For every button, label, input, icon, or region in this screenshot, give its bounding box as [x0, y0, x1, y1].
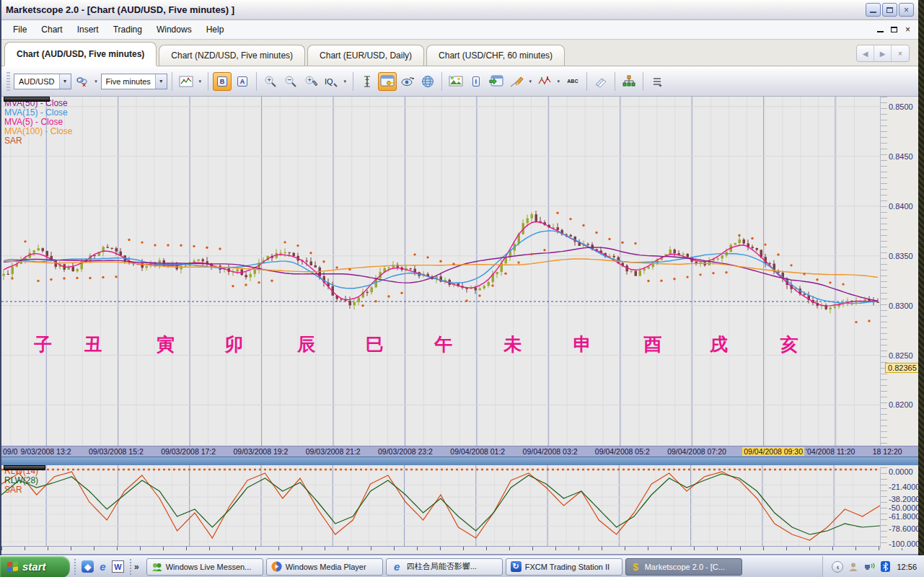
current-price-badge: 0.82365	[885, 363, 920, 373]
ie-icon: e	[391, 560, 403, 573]
toolbar-grip[interactable]	[6, 72, 10, 91]
objects-tree-icon-glyph	[622, 75, 635, 88]
task-marketscope[interactable]: $Marketscope 2.0 - [C...	[625, 558, 742, 576]
network-icon[interactable]	[863, 561, 875, 573]
tab-chart-3[interactable]: Chart (USD/CHF, 60 minutes)	[426, 45, 565, 66]
quicklaunch-internet-explorer[interactable]: e	[97, 560, 109, 573]
zoom-select-icon[interactable]: +	[302, 72, 320, 91]
taskbar-clock: 12:56	[895, 563, 917, 571]
tab-chart-2[interactable]: Chart (EUR/USD, Daily)	[307, 45, 424, 66]
symbol-select[interactable]: AUD/USD▾	[14, 74, 71, 89]
zoom-in-icon[interactable]: +	[261, 72, 280, 91]
task-windows-live-messenger[interactable]: Windows Live Messen...	[146, 558, 263, 576]
indicator-legend: RLW(14)RLW(28)SAR	[4, 467, 38, 495]
main-chart-svg[interactable]: 子丑寅卯辰巳午未申酉戌亥	[1, 97, 881, 446]
tray-chevron-icon[interactable]: ‹	[832, 561, 843, 573]
price-axis[interactable]: 0.85000.84500.84000.83500.83000.82500.82…	[880, 97, 918, 446]
eraser-icon[interactable]	[591, 72, 610, 91]
window-restore-button[interactable]	[882, 3, 897, 17]
window-minimize-button[interactable]	[866, 3, 881, 17]
chart-type-icon[interactable]	[177, 72, 195, 91]
autoscale-icon[interactable]	[358, 72, 377, 91]
zodiac-label: 酉	[643, 334, 662, 354]
unlink-chart-icon-dropdown-arrow-icon[interactable]: ▾	[93, 79, 100, 84]
tabs: Chart (AUD/USD, Five minutes)Chart (NZD/…	[4, 42, 567, 66]
indicator-splitter-handle[interactable]	[4, 465, 45, 470]
menu-chart[interactable]: Chart	[34, 22, 69, 38]
draw-line-icon[interactable]	[507, 72, 526, 91]
oscillator-axis[interactable]: 0.0000-21.4000-38.2000-50.0000-61.8000-7…	[880, 467, 918, 548]
tab-next-button[interactable]: ▶	[874, 45, 892, 61]
add-indicator-icon-dropdown-arrow-icon[interactable]: ▾	[555, 79, 562, 84]
tab-close-button[interactable]: ×	[892, 45, 909, 61]
magnify-mode-icon[interactable]: IQ	[322, 72, 340, 91]
quicklaunch-overflow-chevron[interactable]: »	[131, 562, 142, 572]
indicator-panel[interactable]: RLW(14)RLW(28)SAR	[1, 465, 918, 546]
task-fxcm-trading-station[interactable]: ↻FXCM Trading Station II	[506, 558, 622, 576]
zodiac-label: 丑	[84, 334, 102, 354]
add-image-icon[interactable]: +	[446, 72, 465, 91]
time-axis-label: 09/03/2008 23:2	[377, 447, 449, 456]
oscillator-axis-label: -21.4000	[889, 483, 920, 491]
menu-windows[interactable]: Windows	[149, 22, 199, 38]
ask-line-toggle[interactable]: A	[233, 72, 252, 91]
price-axis-label: 0.8200	[889, 400, 913, 409]
tab-prev-button[interactable]: ◀	[857, 45, 874, 61]
add-indicator-icon[interactable]	[535, 72, 554, 91]
child-close-button[interactable]: ×	[902, 25, 914, 35]
candlestick-plot[interactable]: 子丑寅卯辰巳午未申酉戌亥	[1, 97, 881, 446]
magnify-mode-icon-dropdown-arrow-icon[interactable]: ▾	[342, 79, 348, 84]
zodiac-label: 巳	[366, 334, 384, 354]
add-indicator-icon-glyph	[537, 75, 552, 88]
window-controls: ×	[866, 3, 914, 17]
menu-file[interactable]: File	[6, 22, 34, 38]
refresh-view-icon[interactable]	[398, 72, 417, 91]
text-label-icon[interactable]: I	[467, 72, 485, 91]
zoom-out-icon-glyph: −	[283, 75, 298, 88]
oscillator-svg[interactable]	[1, 465, 880, 546]
task-ie-page[interactable]: e四柱合局能否影響...	[386, 558, 503, 576]
menu-help[interactable]: Help	[199, 22, 232, 38]
window-close-button[interactable]: ×	[899, 3, 914, 17]
chart-splitter-handle[interactable]	[4, 97, 50, 102]
start-button[interactable]: start	[0, 556, 70, 577]
draw-line-icon-dropdown-arrow-icon[interactable]: ▾	[527, 79, 534, 84]
svg-text:×: ×	[82, 82, 86, 88]
bid-line-toggle[interactable]: B	[213, 72, 232, 91]
period-select-dropdown-arrow-icon[interactable]: ▾	[155, 74, 167, 89]
time-axis-label: 09/04/2008 01:2	[449, 447, 521, 456]
task-windows-media-player[interactable]: Windows Media Player	[266, 558, 383, 576]
unlink-chart-icon[interactable]: ×	[73, 72, 92, 91]
chart-type-icon-dropdown-arrow-icon[interactable]: ▾	[197, 79, 203, 84]
tab-chart-0[interactable]: Chart (AUD/USD, Five minutes)	[4, 42, 157, 66]
import-window-icon[interactable]	[487, 72, 506, 91]
time-axis[interactable]: 09/09/03/2008 13:209/03/2008 15:209/03/2…	[1, 446, 918, 457]
oscillator-axis-label: -78.6000	[889, 524, 920, 533]
period-select[interactable]: Five minutes▾	[101, 74, 167, 89]
symbol-select-dropdown-arrow-icon[interactable]: ▾	[59, 74, 71, 89]
symbol-search-icon[interactable]: ABC	[563, 72, 582, 91]
zoom-out-icon[interactable]: −	[281, 72, 300, 91]
child-minimize-button[interactable]	[874, 25, 886, 35]
main-chart-area[interactable]: 子丑寅卯辰巳午未申酉戌亥 MVA(50) - CloseMVA(15) - Cl…	[1, 97, 918, 446]
web-browser-icon[interactable]	[418, 72, 437, 91]
unlink-chart-icon-glyph: ×	[75, 75, 89, 88]
oscillator-plot[interactable]	[1, 465, 918, 546]
user-icon[interactable]	[848, 561, 859, 573]
objects-tree-icon[interactable]	[620, 72, 638, 91]
price-tick-strip	[881, 97, 887, 446]
child-restore-button[interactable]	[888, 25, 900, 35]
menu-trading[interactable]: Trading	[106, 22, 149, 38]
menu-insert[interactable]: Insert	[70, 22, 106, 38]
quicklaunch-messenger[interactable]: ◆	[82, 560, 94, 573]
options-list-icon[interactable]	[648, 72, 666, 91]
bluetooth-icon[interactable]	[879, 561, 891, 573]
window-close-icon: ×	[904, 6, 909, 14]
panel-divider[interactable]	[1, 457, 918, 465]
tab-chart-1[interactable]: Chart (NZD/USD, Five minutes)	[159, 45, 305, 66]
marketscope-icon: $	[630, 561, 641, 572]
popup-mode-toggle[interactable]	[378, 72, 397, 91]
quicklaunch-word[interactable]: W	[112, 560, 124, 573]
title-bar[interactable]: Marketscope 2.0 - [Chart (AUD/USD, Five …	[1, 0, 918, 20]
zodiac-label: 辰	[296, 334, 316, 354]
